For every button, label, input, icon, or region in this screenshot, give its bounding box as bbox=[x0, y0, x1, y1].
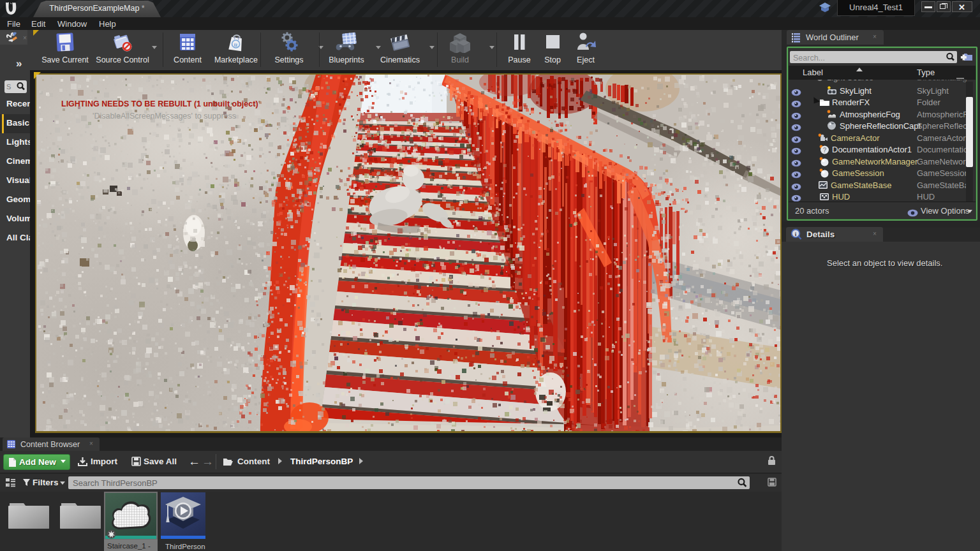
svg-text:?: ? bbox=[822, 147, 826, 154]
svg-text:'DisableAllScreenMessages' to: 'DisableAllScreenMessages' to suppress bbox=[93, 112, 236, 121]
svg-text:LIGHTING NEEDS TO BE REBUILT (: LIGHTING NEEDS TO BE REBUILT (1 unbuilt … bbox=[61, 99, 258, 108]
